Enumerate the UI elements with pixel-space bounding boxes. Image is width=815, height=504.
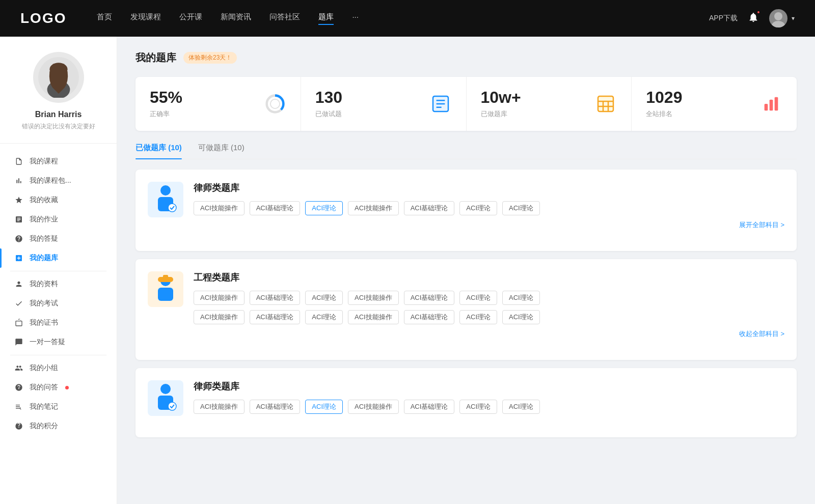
- tab-done[interactable]: 已做题库 (10): [135, 143, 182, 159]
- sidebar-label-profile: 我的资料: [30, 279, 58, 289]
- profile-avatar-img: [38, 57, 79, 98]
- sidebar: Brian Harris 错误的决定比没有决定要好 我的课程 我的课程包...: [0, 37, 117, 504]
- tab-available[interactable]: 可做题库 (10): [198, 143, 244, 159]
- sidebar-item-qa[interactable]: 我的答疑: [0, 229, 117, 248]
- tag-item[interactable]: ACI理论: [502, 201, 540, 215]
- nav-home[interactable]: 首页: [97, 12, 112, 25]
- svg-point-23: [168, 204, 176, 212]
- tag-item[interactable]: ACI理论: [502, 291, 540, 305]
- tag-item[interactable]: ACI理论: [459, 310, 497, 324]
- file-icon: [14, 157, 23, 166]
- tag-item[interactable]: ACI技能操作: [194, 291, 244, 305]
- notification-bell[interactable]: [748, 12, 759, 25]
- nav-qa[interactable]: 问答社区: [269, 12, 300, 25]
- nav-more[interactable]: ···: [352, 12, 359, 25]
- stat-ranking-label: 全站排名: [646, 109, 752, 119]
- tag-item[interactable]: ACI基础理论: [250, 291, 301, 305]
- tag-item[interactable]: ACI基础理论: [404, 400, 455, 414]
- tag-item[interactable]: ACI理论: [305, 291, 343, 305]
- answer-icon: [14, 383, 23, 392]
- bar-icon: [14, 176, 23, 185]
- sidebar-label-points: 我的积分: [30, 422, 58, 431]
- tag-item[interactable]: ACI理论: [502, 400, 540, 414]
- sidebar-item-points[interactable]: 我的积分: [0, 416, 117, 436]
- tag-item[interactable]: ACI基础理论: [404, 310, 455, 324]
- sidebar-item-homework[interactable]: 我的作业: [0, 210, 117, 229]
- tag-item[interactable]: ACI理论: [459, 291, 497, 305]
- svg-point-21: [160, 185, 171, 195]
- expand-link-1[interactable]: 展开全部科目 >: [194, 220, 784, 230]
- nav-news[interactable]: 新闻资讯: [221, 12, 251, 25]
- nav-discover[interactable]: 发现课程: [130, 12, 161, 25]
- sidebar-menu: 我的课程 我的课程包... 我的收藏 我的作业: [0, 144, 117, 444]
- sidebar-item-profile[interactable]: 我的资料: [0, 274, 117, 294]
- sidebar-item-qbank[interactable]: 我的题库: [0, 248, 117, 268]
- sidebar-item-course-packages[interactable]: 我的课程包...: [0, 171, 117, 190]
- nav-open-course[interactable]: 公开课: [179, 12, 202, 25]
- tag-item[interactable]: ACI理论: [502, 310, 540, 324]
- avatar-img: [769, 9, 787, 27]
- svg-rect-27: [163, 275, 168, 279]
- svg-rect-13: [598, 96, 613, 111]
- homework-icon: [14, 215, 23, 224]
- sidebar-item-exam[interactable]: 我的考试: [0, 294, 117, 313]
- sidebar-label-qbank: 我的题库: [30, 254, 58, 263]
- stat-banks-value: 10w+: [481, 89, 587, 105]
- sidebar-label-myqa: 我的问答: [30, 383, 58, 392]
- tag-item[interactable]: ACI技能操作: [348, 400, 399, 414]
- qbank-card-details-2: 工程类题库 ACI技能操作 ACI基础理论 ACI理论 ACI技能操作 ACI基…: [194, 271, 784, 339]
- sidebar-item-myqa[interactable]: 我的问答: [0, 378, 117, 397]
- tag-item[interactable]: ACI理论: [305, 310, 343, 324]
- sidebar-label-homework: 我的作业: [30, 215, 58, 224]
- tag-item[interactable]: ACI基础理论: [250, 310, 301, 324]
- tag-item[interactable]: ACI理论: [459, 400, 497, 414]
- tag-item[interactable]: ACI基础理论: [404, 291, 455, 305]
- lawyer-figure-svg: [153, 184, 178, 215]
- engineer-figure-svg: [153, 274, 178, 304]
- cert-icon: [14, 318, 23, 327]
- tag-item[interactable]: ACI技能操作: [348, 201, 399, 215]
- sidebar-profile: Brian Harris 错误的决定比没有决定要好: [0, 52, 117, 144]
- sidebar-label-group: 我的小组: [30, 363, 58, 373]
- svg-point-1: [772, 21, 785, 27]
- nav-qbank[interactable]: 题库: [318, 12, 334, 25]
- sidebar-item-courses[interactable]: 我的课程: [0, 152, 117, 171]
- tag-item[interactable]: ACI基础理论: [404, 201, 455, 215]
- tag-item[interactable]: ACI基础理论: [250, 201, 301, 215]
- user-avatar-menu[interactable]: ▾: [769, 9, 795, 27]
- tag-item[interactable]: ACI理论: [459, 201, 497, 215]
- svg-rect-20: [775, 97, 778, 111]
- stat-banks-label: 已做题库: [481, 109, 587, 119]
- tag-item[interactable]: ACI技能操作: [194, 201, 244, 215]
- stat-banks-done: 10w+ 已做题库: [467, 77, 632, 131]
- tag-item-active[interactable]: ACI理论: [305, 201, 343, 215]
- qbank-card-title: 律师类题库: [194, 182, 784, 194]
- accuracy-chart-icon: [264, 93, 286, 115]
- tag-item[interactable]: ACI技能操作: [348, 310, 399, 324]
- sidebar-item-group[interactable]: 我的小组: [0, 358, 117, 378]
- sidebar-item-tutor[interactable]: 一对一答疑: [0, 332, 117, 352]
- tag-item[interactable]: ACI技能操作: [194, 310, 244, 324]
- sidebar-label-course-packages: 我的课程包...: [30, 176, 71, 185]
- tags-row-2-r1: ACI技能操作 ACI基础理论 ACI理论 ACI技能操作 ACI基础理论 AC…: [194, 291, 784, 305]
- qbank-card-title-2: 工程类题库: [194, 271, 784, 284]
- sidebar-item-favorites[interactable]: 我的收藏: [0, 190, 117, 210]
- sidebar-label-cert: 我的证书: [30, 318, 58, 327]
- tag-item[interactable]: ACI基础理论: [250, 400, 301, 414]
- tag-item[interactable]: ACI技能操作: [194, 400, 244, 414]
- sidebar-item-cert[interactable]: 我的证书: [0, 313, 117, 332]
- content-area: 我的题库 体验剩余23天！ 55% 正确率: [117, 37, 815, 504]
- logo: LOGO: [20, 10, 66, 26]
- bar-chart-icon: [761, 94, 781, 114]
- group-icon: [14, 363, 23, 373]
- app-download-button[interactable]: APP下载: [709, 14, 738, 23]
- collapse-link[interactable]: 收起全部科目 >: [194, 329, 784, 339]
- svg-rect-18: [765, 104, 768, 110]
- tag-item-active[interactable]: ACI理论: [305, 400, 343, 414]
- qbank-card-lawyer-2: 律师类题库 ACI技能操作 ACI基础理论 ACI理论 ACI技能操作 ACI基…: [135, 368, 797, 437]
- sidebar-item-notes[interactable]: 我的笔记: [0, 397, 117, 416]
- tag-item[interactable]: ACI技能操作: [348, 291, 399, 305]
- star-icon: [14, 195, 23, 205]
- lawyer-icon-wrap: [148, 182, 183, 217]
- sidebar-label-notes: 我的笔记: [30, 402, 58, 411]
